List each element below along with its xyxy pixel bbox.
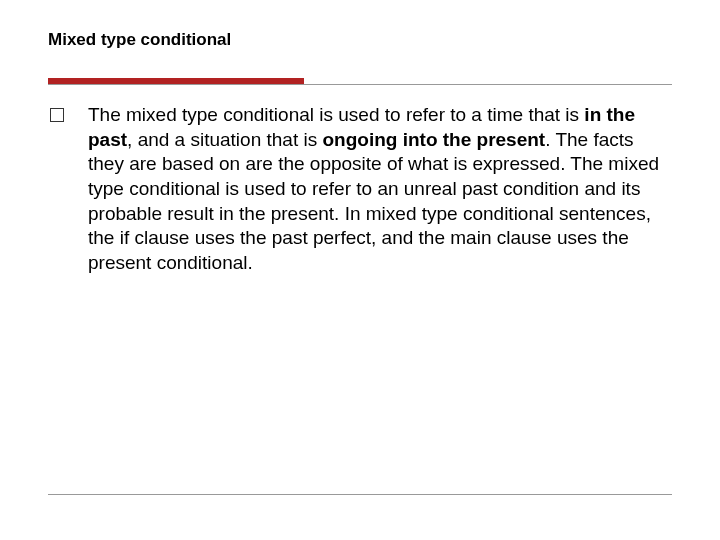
- body-text: The mixed type conditional is used to re…: [88, 103, 672, 276]
- body-part2: , and a situation that is: [127, 129, 322, 150]
- body-bold2: ongoing into the present: [322, 129, 545, 150]
- divider-top-wrap: [48, 78, 672, 85]
- divider-bottom: [48, 494, 672, 495]
- square-bullet-icon: [50, 108, 64, 122]
- content-row: The mixed type conditional is used to re…: [48, 103, 672, 276]
- slide-title: Mixed type conditional: [48, 30, 672, 50]
- divider-top-accent: [48, 78, 304, 84]
- body-part1: The mixed type conditional is used to re…: [88, 104, 584, 125]
- body-part3: . The facts they are based on are the op…: [88, 129, 659, 273]
